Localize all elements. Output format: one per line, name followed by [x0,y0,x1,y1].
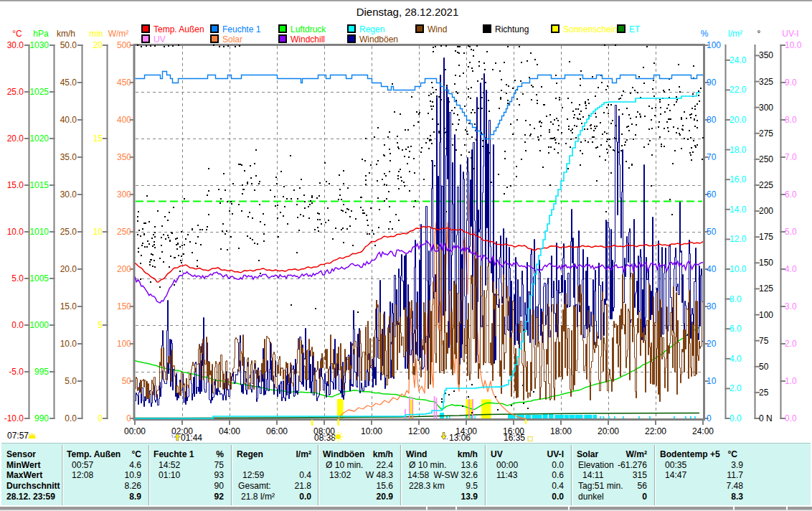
svg-text:4.6: 4.6 [129,460,141,470]
svg-text:8.26: 8.26 [124,481,141,491]
svg-text:315: 315 [633,470,647,480]
svg-text:90: 90 [214,481,225,491]
svg-text:35.0: 35.0 [60,152,77,162]
svg-text:10: 10 [93,227,103,237]
svg-text:20: 20 [93,40,103,50]
svg-text:200: 200 [759,206,773,216]
svg-text:Sonnenschein: Sonnenschein [563,24,618,34]
svg-text:min: min [89,29,103,39]
svg-text:14:11: 14:11 [582,470,604,480]
svg-text:400: 400 [117,115,131,125]
svg-text:0: 0 [707,413,712,423]
svg-text:10:00: 10:00 [361,426,382,436]
svg-text:20.0: 20.0 [7,133,24,144]
svg-text:9.0: 9.0 [785,78,797,88]
svg-text:km/h: km/h [458,449,478,459]
svg-text:1020: 1020 [29,133,49,144]
svg-text:W-SW 32.6: W-SW 32.6 [433,470,478,480]
svg-text:16:35: 16:35 [504,433,525,443]
svg-text:dunkel: dunkel [578,492,604,502]
svg-text:1005: 1005 [29,273,49,283]
svg-text:1.0: 1.0 [785,376,797,386]
svg-text:10: 10 [707,376,717,386]
svg-text:ET: ET [629,24,641,34]
svg-text:22:00: 22:00 [645,426,666,436]
svg-text:25: 25 [759,388,769,398]
svg-text:100: 100 [117,339,131,349]
svg-text:21.8: 21.8 [294,481,311,491]
svg-text:75: 75 [214,460,225,470]
svg-text:Tag:51 min.: Tag:51 min. [578,481,623,491]
svg-text:Temp. Außen: Temp. Außen [67,449,121,459]
svg-text:Gesamt:: Gesamt: [238,481,271,491]
svg-text:Temp. Außen: Temp. Außen [154,24,204,34]
svg-text:24.0: 24.0 [730,55,747,65]
svg-text:MaxWert: MaxWert [6,470,42,480]
svg-text:0.0: 0.0 [552,492,564,502]
svg-text:22.0: 22.0 [730,85,747,95]
svg-text:20.0: 20.0 [730,115,747,125]
svg-text:14:47: 14:47 [665,470,687,480]
svg-text:8.9: 8.9 [129,492,141,502]
svg-text:20.9: 20.9 [376,492,393,502]
svg-text:UV: UV [154,34,166,44]
svg-text:7.48: 7.48 [726,481,743,491]
svg-text:25.0: 25.0 [7,87,24,97]
svg-text:UV-I: UV-I [782,29,798,39]
svg-text:22.4: 22.4 [376,460,393,470]
svg-text:250: 250 [117,227,131,237]
svg-text:9.5: 9.5 [466,481,478,491]
svg-text:20.0: 20.0 [60,264,77,274]
svg-text:Ø 10 min.: Ø 10 min. [326,460,363,470]
svg-text:0.0: 0.0 [785,413,797,423]
svg-text:80: 80 [707,115,717,125]
svg-text:N: N [766,413,773,423]
svg-text:8.3: 8.3 [731,492,743,502]
svg-text:24:00: 24:00 [692,426,714,436]
svg-text:10.9: 10.9 [124,470,141,480]
svg-text:Feuchte 1: Feuchte 1 [154,449,194,459]
svg-text:MinWert: MinWert [6,460,40,470]
svg-text:hPa: hPa [33,29,49,39]
svg-text:Ø 10 min.: Ø 10 min. [409,460,446,470]
svg-text:10.0: 10.0 [7,227,24,237]
svg-text:450: 450 [117,78,131,88]
svg-text:Wind: Wind [406,449,427,459]
svg-text:%: % [216,449,224,459]
svg-text:225: 225 [759,180,773,190]
svg-text:Durchschnitt: Durchschnitt [6,481,60,491]
svg-text:Windböen: Windböen [323,449,364,459]
svg-text:08:38: 08:38 [314,433,336,443]
svg-text:300: 300 [117,189,131,200]
svg-text:W/m²: W/m² [108,29,129,39]
svg-text:275: 275 [759,128,773,139]
svg-text:°: ° [757,29,761,39]
svg-text:1000: 1000 [29,320,49,330]
svg-text:0: 0 [126,413,131,423]
svg-text:93: 93 [214,470,225,480]
svg-text:150: 150 [759,258,773,268]
svg-text:500: 500 [117,40,131,50]
svg-text:15.0: 15.0 [60,301,77,311]
svg-text:11:43: 11:43 [496,470,518,480]
svg-text:8.0: 8.0 [785,115,797,125]
svg-text:11.7: 11.7 [727,470,743,480]
svg-text:00:00: 00:00 [496,460,519,470]
svg-text:UV: UV [491,449,503,459]
svg-text:Feuchte 1: Feuchte 1 [222,24,261,34]
svg-text:07:57: 07:57 [7,431,29,441]
svg-text:04:00: 04:00 [219,426,240,436]
svg-text:°C: °C [727,449,737,459]
svg-text:Solar: Solar [222,34,242,44]
svg-text:4.0: 4.0 [785,264,797,274]
svg-text:Windchill: Windchill [291,34,325,44]
svg-text:70: 70 [707,152,717,162]
svg-text:50.0: 50.0 [60,40,77,50]
svg-text:13.9: 13.9 [461,492,478,502]
svg-text:Regen: Regen [237,449,263,459]
svg-text:0: 0 [642,492,647,502]
svg-text:5.0: 5.0 [11,273,24,283]
svg-text:56: 56 [638,481,648,491]
svg-text:13:06: 13:06 [449,433,471,443]
svg-text:00:35: 00:35 [665,460,687,470]
